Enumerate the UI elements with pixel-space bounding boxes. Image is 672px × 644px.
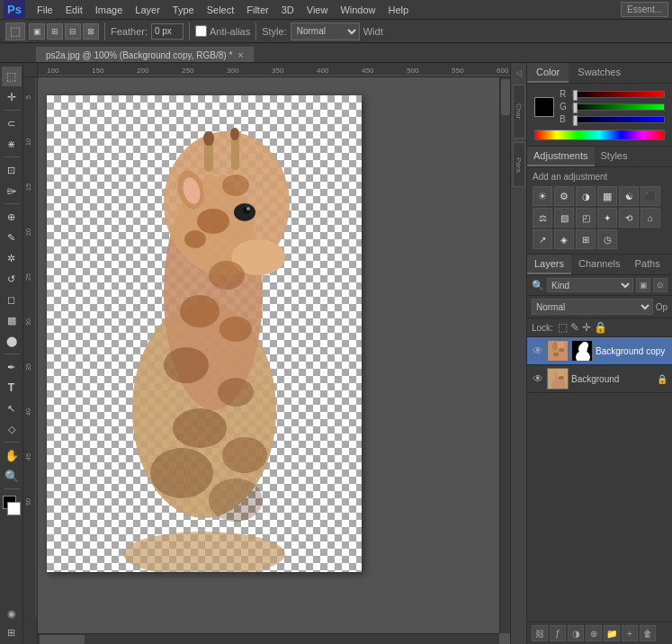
menu-edit[interactable]: Edit [59,3,89,17]
quick-mask-mode[interactable]: ◉ [2,605,22,622]
layer-new-btn[interactable]: + [622,625,638,641]
clone-tool[interactable]: ✲ [2,248,22,268]
layer-delete-btn[interactable]: 🗑 [640,625,656,641]
move-tool[interactable]: ✛ [2,87,22,107]
layer-filter-select[interactable]: Kind [547,278,633,292]
channel-b-slider[interactable] [572,116,665,123]
adj-photo[interactable]: ◰ [576,208,596,228]
menu-help[interactable]: Help [382,3,416,17]
blend-mode-select[interactable]: Normal [532,299,653,315]
layer-fx-btn[interactable]: ƒ [550,625,566,641]
toolbar-marquee-rect[interactable]: ⬚ [5,22,25,40]
adj-exposure[interactable]: ▦ [597,186,617,206]
toolbar-intersect-sel[interactable]: ⊠ [83,23,99,40]
feather-input[interactable] [151,23,184,40]
adj-vibrance[interactable]: ☯ [619,186,639,206]
screen-mode[interactable]: ⊞ [2,624,22,640]
tab-layers[interactable]: Layers [527,255,571,274]
lock-position-icon[interactable]: ✛ [582,321,591,334]
toolbar-marquee-options[interactable]: ▣ ⊞ ⊟ ⊠ [29,23,99,40]
tab-channels[interactable]: Channels [571,255,627,274]
adj-bw[interactable]: ▧ [554,208,574,228]
color-spectrum[interactable] [534,130,665,140]
panel-expand-2[interactable]: Para [513,142,525,187]
lock-transparent-icon[interactable]: ⬚ [558,321,568,334]
filter-icon2[interactable]: ⊙ [653,278,668,292]
adj-poster[interactable]: ⌂ [641,208,660,228]
adj-time[interactable]: ◷ [597,229,617,249]
adj-invert[interactable]: ⟲ [619,208,639,228]
menu-view[interactable]: View [300,3,335,17]
path-select-tool[interactable]: ↖ [2,398,22,418]
panel-expand-1[interactable]: Char [513,85,525,139]
layer-visibility-bg[interactable]: 👁 [532,372,544,385]
text-tool[interactable]: T [2,378,22,398]
menu-file[interactable]: File [31,3,59,17]
lasso-tool[interactable]: ⊂ [2,113,22,133]
channel-r-slider[interactable] [572,91,665,98]
essential-button[interactable]: Essent... [621,2,668,17]
layer-adj-btn[interactable]: ⊕ [586,625,602,641]
tab-color[interactable]: Color [527,63,569,83]
hand-tool[interactable]: ✋ [2,445,22,465]
tab-styles[interactable]: Styles [595,147,634,166]
menu-type[interactable]: Type [166,3,201,17]
adj-select[interactable]: ⊞ [576,229,596,249]
layer-link-btn[interactable]: ⛓ [532,625,548,641]
svg-point-55 [553,353,559,356]
layer-row-bg[interactable]: 👁 Background 🔒 [527,365,672,393]
style-select[interactable]: NormalFixed RatioFixed Size [291,22,360,40]
layer-row-bg-copy[interactable]: 👁 [527,337,672,365]
channel-g-slider[interactable] [572,103,665,111]
scroll-right[interactable] [499,77,510,633]
lock-all-icon[interactable]: 🔒 [594,321,607,334]
doc-tab-close[interactable]: × [237,49,243,60]
ruler-corner [23,63,38,77]
adj-curves[interactable]: ⚙ [554,186,574,206]
document-canvas[interactable] [47,95,362,572]
antialias-check[interactable]: Anti-alias [195,25,250,37]
color-preview-fg[interactable] [534,97,554,117]
adj-gradient2[interactable]: ◈ [554,229,574,249]
eraser-tool[interactable]: ◻ [2,290,22,309]
spot-heal-tool[interactable]: ⊕ [2,207,22,227]
gradient-tool[interactable]: ▩ [2,310,22,330]
menu-filter[interactable]: Filter [240,3,274,17]
adj-colorbal[interactable]: ⚖ [533,208,552,228]
scroll-bottom[interactable] [38,633,499,644]
wand-tool[interactable]: ⋇ [2,134,22,154]
layer-visibility-bg-copy[interactable]: 👁 [532,344,544,357]
shape-tool[interactable]: ◇ [2,419,22,439]
layer-mask-btn[interactable]: ◑ [568,625,584,641]
crop-tool[interactable]: ⊡ [2,160,22,180]
adj-levels[interactable]: ◑ [576,186,596,206]
brush-tool[interactable]: ✎ [2,228,22,247]
collapse-btn[interactable]: ◁ [513,67,525,79]
menu-3d[interactable]: 3D [275,3,300,17]
lock-image-icon[interactable]: ✎ [570,321,579,334]
tab-swatches[interactable]: Swatches [569,63,630,83]
menu-window[interactable]: Window [334,3,381,17]
toolbar-new-sel[interactable]: ▣ [29,23,45,40]
history-tool[interactable]: ↺ [2,269,22,289]
adj-channel[interactable]: ✦ [597,208,617,228]
zoom-tool[interactable]: 🔍 [2,466,22,486]
layer-group-btn[interactable]: 📁 [604,625,620,641]
eyedropper-tool[interactable]: ⌲ [2,181,22,201]
adj-brightness[interactable]: ☀ [533,186,552,206]
doc-tab[interactable]: ps2a.jpg @ 100% (Background copy, RGB/8)… [36,47,254,62]
tab-adjustments[interactable]: Adjustments [527,147,595,166]
menu-select[interactable]: Select [201,3,241,17]
pen-tool[interactable]: ✒ [2,357,22,377]
filter-icon1[interactable]: ▣ [636,278,650,292]
menu-image[interactable]: Image [89,3,130,17]
adj-thresh[interactable]: ↗ [533,229,552,249]
adj-hsl[interactable]: ⬛ [641,186,660,206]
dodge-tool[interactable]: ⬤ [2,331,22,351]
tab-paths[interactable]: Paths [628,255,668,274]
background-color[interactable] [7,502,21,515]
toolbar-sub-sel[interactable]: ⊟ [65,23,81,40]
marquee-tool[interactable]: ⬚ [2,67,22,86]
toolbar-add-sel[interactable]: ⊞ [47,23,63,40]
menu-layer[interactable]: Layer [129,3,166,17]
